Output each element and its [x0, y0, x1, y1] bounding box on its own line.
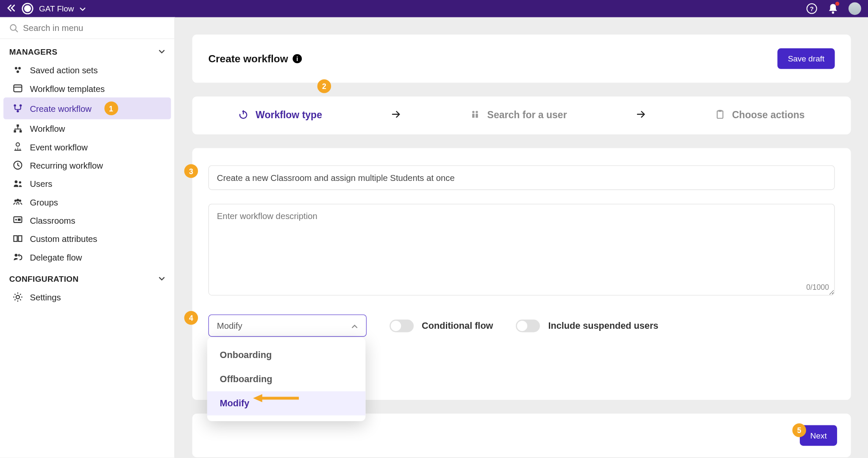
- app-title: GAT Flow: [39, 4, 74, 13]
- top-bar: GAT Flow ?: [0, 0, 868, 17]
- sidebar-item-label: Saved action sets: [30, 65, 97, 75]
- app-switcher-caret-icon[interactable]: [80, 5, 86, 12]
- chevron-up-icon: [351, 321, 358, 330]
- sidebar: MANAGERS Saved action sets Workflow temp…: [0, 17, 175, 458]
- sidebar-item-users[interactable]: Users: [3, 174, 171, 192]
- sidebar-item-label: Users: [30, 179, 52, 189]
- dropdown-option-offboarding[interactable]: Offboarding: [207, 367, 366, 391]
- menu-search[interactable]: [0, 17, 174, 39]
- svg-rect-38: [472, 114, 474, 117]
- wizard-stepper: 2 Workflow type Search for a user Choose…: [192, 96, 851, 134]
- section-configuration[interactable]: CONFIGURATION: [0, 266, 174, 288]
- dropdown-option-onboarding[interactable]: Onboarding: [207, 343, 366, 367]
- svg-point-22: [15, 180, 18, 183]
- arrow-right-icon: [636, 110, 645, 120]
- svg-point-11: [19, 104, 22, 106]
- arrow-right-icon: [391, 110, 401, 120]
- annotation-badge-2: 2: [317, 79, 331, 93]
- sidebar-item-delegate-flow[interactable]: Delegate flow: [3, 248, 171, 266]
- sidebar-item-label: Groups: [30, 197, 58, 207]
- section-managers[interactable]: MANAGERS: [0, 39, 174, 61]
- section-managers-label: MANAGERS: [9, 47, 58, 56]
- sidebar-item-saved-action-sets[interactable]: Saved action sets: [3, 61, 171, 79]
- svg-point-2: [832, 11, 834, 14]
- sidebar-collapse-icon[interactable]: [7, 4, 16, 14]
- sidebar-item-recurring-workflow[interactable]: Recurring workflow: [3, 156, 171, 174]
- step-choose-actions[interactable]: Choose actions: [715, 109, 804, 122]
- svg-point-36: [472, 111, 474, 113]
- sidebar-item-label: Event workflow: [30, 142, 88, 152]
- sidebar-item-label: Create workflow: [30, 103, 92, 113]
- suspended-users-toggle-group: Include suspended users: [516, 319, 658, 332]
- dropdown-option-label: Modify: [220, 398, 249, 408]
- svg-point-33: [16, 295, 19, 299]
- sidebar-item-event-workflow[interactable]: Event workflow: [3, 138, 171, 156]
- svg-point-26: [19, 200, 21, 202]
- sidebar-item-settings[interactable]: Settings: [3, 288, 171, 306]
- svg-rect-13: [17, 125, 19, 127]
- svg-point-23: [19, 181, 21, 183]
- svg-rect-31: [18, 236, 22, 241]
- svg-point-10: [14, 104, 16, 106]
- notifications-icon[interactable]: [828, 3, 838, 14]
- workflow-description-textarea[interactable]: [208, 204, 835, 296]
- step-label: Workflow type: [256, 110, 322, 121]
- svg-point-3: [10, 25, 16, 31]
- svg-rect-39: [476, 114, 478, 117]
- power-icon: [238, 109, 248, 122]
- section-configuration-label: CONFIGURATION: [9, 274, 79, 283]
- step-search-user[interactable]: Search for a user: [470, 109, 567, 122]
- svg-rect-14: [14, 130, 16, 132]
- svg-text:?: ?: [810, 6, 814, 12]
- sidebar-item-label: Classrooms: [30, 215, 75, 225]
- sidebar-item-label: Recurring workflow: [30, 160, 103, 170]
- search-input[interactable]: [23, 23, 165, 33]
- sidebar-item-custom-attributes[interactable]: Custom attributes: [3, 229, 171, 247]
- step-label: Choose actions: [732, 110, 804, 121]
- users-icon: [13, 178, 23, 189]
- svg-point-24: [14, 200, 17, 202]
- attributes-icon: [13, 233, 23, 244]
- people-icon: [470, 109, 480, 122]
- svg-point-37: [476, 111, 478, 113]
- dropdown-option-modify[interactable]: Modify: [207, 391, 366, 415]
- svg-line-4: [16, 30, 18, 32]
- svg-point-7: [17, 70, 19, 73]
- step-workflow-type[interactable]: Workflow type: [238, 109, 322, 122]
- sidebar-item-workflow[interactable]: Workflow: [3, 119, 171, 138]
- event-icon: [13, 142, 23, 152]
- workflow-name-input[interactable]: [208, 165, 835, 190]
- page-title-text: Create workflow: [208, 53, 288, 64]
- svg-rect-40: [717, 111, 723, 118]
- svg-marker-43: [253, 394, 262, 402]
- sidebar-item-create-workflow[interactable]: Create workflow 1: [3, 97, 171, 119]
- svg-point-32: [15, 254, 18, 257]
- annotation-arrow-icon: [253, 394, 299, 403]
- conditional-flow-toggle[interactable]: [389, 319, 414, 332]
- search-icon: [9, 23, 19, 33]
- annotation-badge-3: 3: [184, 164, 198, 178]
- info-icon[interactable]: i: [292, 54, 302, 63]
- classroom-icon: [13, 215, 23, 225]
- save-draft-button[interactable]: Save draft: [777, 48, 835, 69]
- sidebar-item-workflow-templates[interactable]: Workflow templates: [3, 79, 171, 97]
- step-label: Search for a user: [487, 110, 567, 121]
- annotation-badge-5: 5: [792, 423, 806, 437]
- svg-point-16: [16, 143, 19, 146]
- sidebar-item-label: Workflow templates: [30, 83, 105, 93]
- help-icon[interactable]: ?: [806, 3, 818, 14]
- workflow-type-dropdown: Onboarding Offboarding Modify: [207, 337, 366, 421]
- clipboard-icon: [715, 109, 725, 122]
- svg-point-28: [15, 219, 17, 220]
- workflow-type-select[interactable]: Modify: [208, 314, 367, 337]
- conditional-flow-toggle-group: Conditional flow: [389, 319, 493, 332]
- workflow-form-card: 3 4 0/1000 Modify Conditional flow I: [192, 148, 851, 400]
- sidebar-item-classrooms[interactable]: Classrooms: [3, 211, 171, 229]
- toggle-label: Include suspended users: [548, 320, 658, 331]
- suspended-users-toggle[interactable]: [516, 319, 540, 332]
- svg-point-6: [18, 67, 21, 69]
- groups-icon: [13, 197, 23, 207]
- user-avatar[interactable]: [849, 2, 861, 15]
- sidebar-item-label: Custom attributes: [30, 234, 97, 244]
- sidebar-item-groups[interactable]: Groups: [3, 193, 171, 211]
